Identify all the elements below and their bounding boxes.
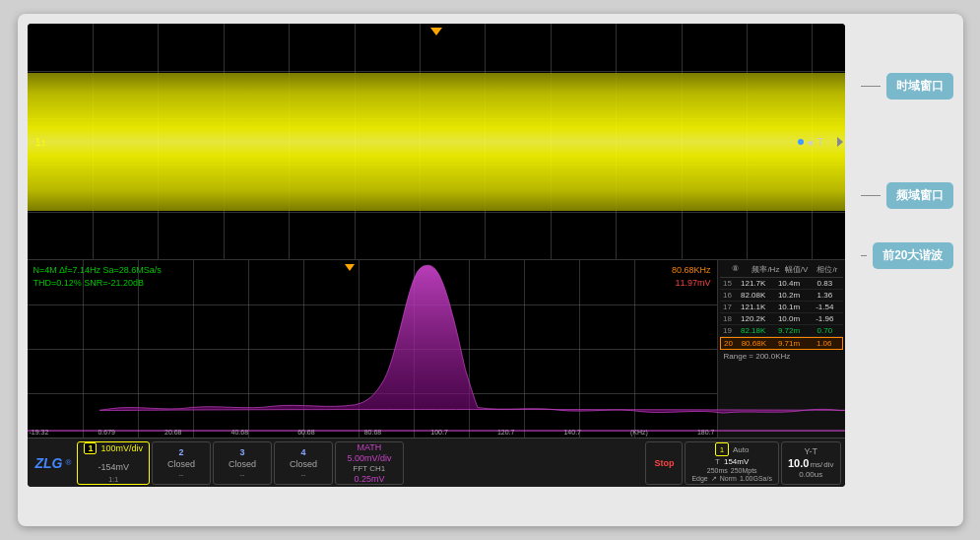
logo-text: ZLG	[35, 455, 63, 471]
ch1-label: 1↕	[35, 136, 47, 148]
math-toolbar[interactable]: MATH 5.00mV/div FFT CH1 0.25mV	[335, 441, 404, 485]
fft-axis-label: 60.68	[297, 429, 315, 436]
annotation-line-freq	[861, 195, 881, 196]
stop-label: Stop	[654, 458, 674, 468]
fft-axis-label: 20.68	[164, 429, 182, 436]
ch2-val: --	[179, 471, 184, 478]
ch2-closed: Closed	[167, 459, 195, 469]
fft-axis-label: -19.32	[30, 429, 49, 436]
fft-axis-label: 40.68	[231, 429, 249, 436]
annotation-line-harmonic	[861, 255, 868, 256]
time-div: div	[823, 460, 833, 469]
trig-type: Edge	[691, 475, 707, 483]
timebase-group: Y-T 10.0 ms/ div 0.00us	[781, 441, 841, 485]
ch3-toolbar[interactable]: 3 Closed --	[213, 441, 272, 485]
ch1-number: 1	[84, 442, 97, 454]
trig-mode: Auto	[733, 445, 749, 454]
trig-time: 250ms	[707, 467, 728, 474]
time-unit: ms/	[810, 460, 822, 469]
time-window-label: 时域窗口	[886, 73, 953, 100]
harmonic-label: 前20大谐波	[873, 242, 952, 269]
trigger-marker	[430, 28, 442, 35]
annotation-panel: 时域窗口 频域窗口 前20大谐波	[855, 24, 953, 516]
annotation-time-window: 时域窗口	[861, 73, 953, 100]
t-dot	[798, 139, 804, 145]
trig-norm: Norm	[720, 475, 737, 483]
freq-domain-window: N=4M ∆f=7.14Hz Sa=28.6MSa/s THD=0.12% SN…	[28, 260, 845, 438]
ch1-toolbar[interactable]: 1 100mV/div -154mV 1:1	[77, 441, 150, 485]
yt-label: Y-T	[804, 446, 817, 456]
scroll-right-arrow[interactable]	[837, 137, 843, 147]
ch-indicator: 1	[715, 442, 729, 456]
fft-axis-label: 140.7	[563, 429, 581, 436]
fft-axis-label: 80.68	[364, 429, 382, 436]
ch4-toolbar[interactable]: 4 Closed --	[274, 441, 333, 485]
math-sub: FFT CH1	[354, 464, 386, 473]
ch4-closed: Closed	[290, 459, 317, 469]
time-domain-window: 1↕ ◄ T	[28, 24, 845, 260]
trig-sa: 1.00GSa/s	[740, 475, 772, 483]
logo-reg: ®	[66, 458, 72, 467]
fft-spectrum	[28, 260, 845, 438]
toolbar: ZLG ® 1 100mV/div -154mV 1:1	[28, 438, 845, 487]
trig-pts: 250Mpts	[731, 467, 757, 474]
t-arrow: ◄ T	[805, 136, 823, 147]
ch1-scale: 100mV/div	[100, 443, 143, 453]
ch1-offset: -154mV	[98, 462, 129, 472]
ch1-waveform	[28, 73, 845, 211]
time-offset: 0.00us	[799, 470, 822, 479]
math-scale: 5.00mV/div	[347, 453, 391, 463]
freq-window-label: 频域窗口	[886, 182, 953, 209]
math-label: MATH	[358, 442, 382, 452]
fft-axis-label: 120.7	[497, 429, 515, 436]
fft-axis-label: 100.7	[430, 429, 448, 436]
fft-axis-label: 0.679	[98, 429, 115, 436]
ch4-val: --	[301, 471, 306, 478]
ch2-toolbar[interactable]: 2 Closed --	[152, 441, 211, 485]
trig-arrow: ↗	[711, 475, 717, 483]
ch3-closed: Closed	[229, 459, 256, 469]
annotation-freq-window: 频域窗口	[861, 182, 953, 209]
fft-axis-label: 180.7	[697, 429, 715, 436]
time-trigger-group: 1 Auto T 154mV 250ms 250Mpts Edge ↗ No	[685, 441, 779, 485]
ch4-number: 4	[300, 447, 305, 457]
trig-val: 154mV	[724, 457, 749, 466]
ch2-number: 2	[178, 447, 183, 457]
ch3-val: --	[240, 471, 245, 478]
annotation-harmonic: 前20大谐波	[861, 242, 953, 269]
math-offset: 0.25mV	[354, 474, 384, 484]
trig-t: T	[715, 457, 720, 466]
ch3-number: 3	[239, 447, 244, 457]
logo: ZLG ®	[32, 455, 76, 471]
stop-button[interactable]: Stop	[645, 441, 683, 485]
time-base-val: 10.0	[788, 457, 809, 469]
annotation-line-time	[861, 86, 881, 87]
fft-axis-label: (KHz)	[630, 429, 648, 436]
